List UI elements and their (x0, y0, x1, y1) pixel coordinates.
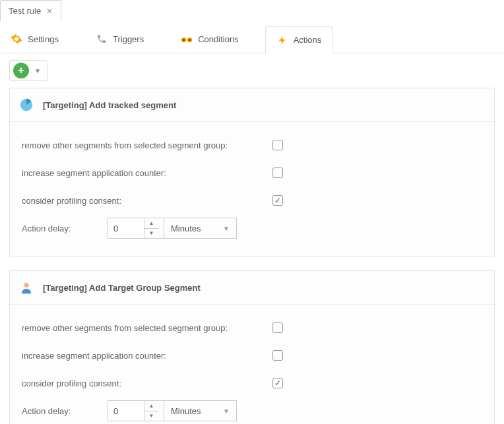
spinner-down-icon[interactable]: ▼ (144, 229, 158, 239)
checkbox-increase-counter[interactable] (272, 350, 283, 361)
spinner-down-icon[interactable]: ▼ (144, 411, 158, 421)
close-icon[interactable]: ✕ (46, 7, 53, 16)
field-action-delay: Action delay: ▲ ▼ Minutes ▼ (22, 214, 482, 242)
panel-body: remove other segments from selected segm… (10, 122, 494, 257)
panel-title: [Targeting] Add Target Group Segment (43, 283, 201, 293)
delay-value-input[interactable] (108, 406, 144, 416)
delay-controls: ▲ ▼ Minutes ▼ (108, 218, 237, 239)
panels: [Targeting] Add tracked segment remove o… (0, 88, 504, 424)
field-remove-other: remove other segments from selected segm… (22, 131, 482, 159)
chevron-down-icon: ▼ (223, 408, 230, 415)
field-consider-consent: consider profiling consent: ✓ (22, 187, 482, 214)
field-consider-consent: consider profiling consent: ✓ (22, 369, 482, 397)
delay-unit-select[interactable]: Minutes ▼ (164, 400, 237, 421)
checkbox-consider-consent[interactable]: ✓ (272, 195, 283, 206)
tab-actions[interactable]: Actions (265, 26, 333, 53)
add-action-group: + ▼ (9, 60, 47, 81)
checkbox-remove-other[interactable] (272, 140, 283, 150)
user-icon (19, 280, 34, 295)
spinner: ▲ ▼ (144, 401, 158, 421)
checkbox-remove-other[interactable] (272, 322, 283, 333)
checkbox-increase-counter[interactable] (272, 167, 283, 178)
field-increase-counter: increase segment application counter: (22, 159, 482, 187)
tab-label: Triggers (113, 34, 144, 44)
field-label: remove other segments from selected segm… (22, 140, 272, 150)
field-label: Action delay: (22, 406, 108, 416)
tab-label: Conditions (198, 34, 238, 44)
nav-tabs: Settings Triggers Conditions Actions (0, 21, 504, 53)
panel-header: [Targeting] Add tracked segment (10, 88, 494, 122)
field-remove-other: remove other segments from selected segm… (22, 314, 482, 342)
field-label: increase segment application counter: (22, 168, 272, 178)
svg-point-3 (189, 39, 191, 41)
spinner-up-icon[interactable]: ▲ (144, 218, 158, 229)
page-tab-label: Test rule (9, 6, 41, 16)
toolbar: + ▼ (0, 53, 504, 88)
chevron-down-icon: ▼ (223, 225, 230, 232)
bolt-icon (276, 34, 288, 46)
svg-point-5 (24, 283, 28, 288)
spinner-up-icon[interactable]: ▲ (144, 401, 158, 411)
delay-controls: ▲ ▼ Minutes ▼ (108, 400, 237, 421)
field-label: consider profiling consent: (22, 379, 272, 388)
panel-header: [Targeting] Add Target Group Segment (10, 271, 494, 305)
panel-body: remove other segments from selected segm… (10, 305, 494, 424)
delay-value-input[interactable] (108, 224, 144, 233)
field-label: consider profiling consent: (22, 196, 272, 206)
select-value: Minutes (171, 224, 201, 233)
select-value: Minutes (171, 406, 201, 416)
tab-triggers[interactable]: Triggers (85, 26, 154, 53)
action-panel: [Targeting] Add Target Group Segment rem… (9, 270, 495, 424)
delay-number-input: ▲ ▼ (108, 218, 164, 239)
field-action-delay: Action delay: ▲ ▼ Minutes ▼ (22, 397, 482, 424)
field-label: Action delay: (22, 224, 108, 233)
delay-unit-select[interactable]: Minutes ▼ (164, 218, 237, 239)
phone-icon (96, 33, 108, 45)
page-tab[interactable]: Test rule ✕ (0, 0, 61, 21)
svg-point-2 (183, 39, 185, 41)
delay-number-input: ▲ ▼ (108, 400, 164, 421)
pie-chart-icon (19, 98, 34, 112)
checkbox-consider-consent[interactable]: ✓ (272, 378, 283, 388)
field-label: increase segment application counter: (22, 351, 272, 361)
tab-settings[interactable]: Settings (0, 26, 69, 53)
binoculars-icon (181, 33, 193, 45)
gear-icon (11, 33, 22, 45)
field-increase-counter: increase segment application counter: (22, 342, 482, 369)
chevron-down-icon[interactable]: ▼ (32, 65, 44, 77)
panel-title: [Targeting] Add tracked segment (43, 100, 176, 110)
action-panel: [Targeting] Add tracked segment remove o… (9, 88, 495, 257)
field-label: remove other segments from selected segm… (22, 323, 272, 333)
spinner: ▲ ▼ (144, 218, 158, 238)
add-button[interactable]: + (13, 63, 29, 78)
tab-label: Settings (28, 34, 59, 44)
tab-label: Actions (294, 35, 322, 45)
tab-conditions[interactable]: Conditions (170, 26, 249, 53)
